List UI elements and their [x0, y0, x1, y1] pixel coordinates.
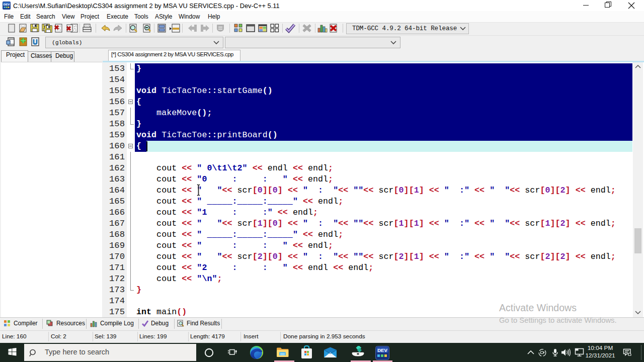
svg-text:DEV: DEV [377, 347, 387, 353]
svg-text:DEV: DEV [4, 3, 10, 6]
